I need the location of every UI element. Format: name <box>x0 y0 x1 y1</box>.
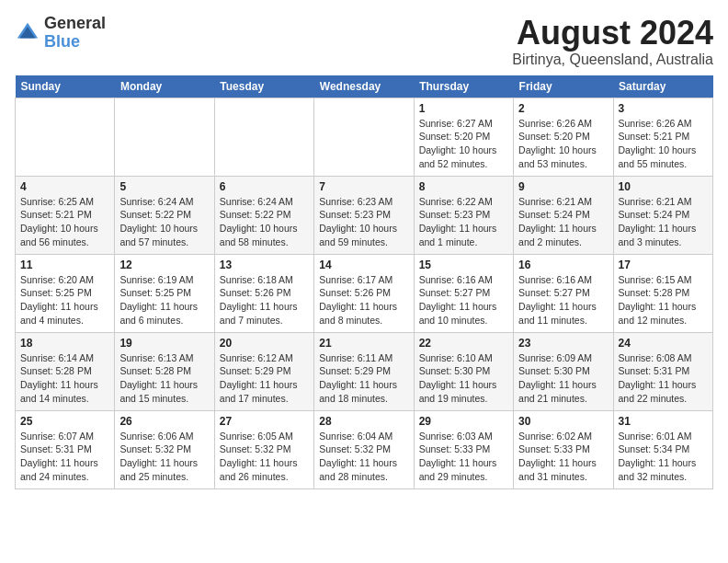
day-info: Sunrise: 6:17 AMSunset: 5:26 PMDaylight:… <box>319 273 408 327</box>
calendar-cell: 18Sunrise: 6:14 AMSunset: 5:28 PMDayligh… <box>16 332 115 410</box>
day-info: Sunrise: 6:05 AMSunset: 5:32 PMDaylight:… <box>220 430 309 484</box>
day-info: Sunrise: 6:27 AMSunset: 5:20 PMDaylight:… <box>419 117 508 171</box>
day-number: 13 <box>220 259 309 271</box>
day-info: Sunrise: 6:21 AMSunset: 5:24 PMDaylight:… <box>518 195 608 249</box>
calendar-cell: 29Sunrise: 6:03 AMSunset: 5:33 PMDayligh… <box>414 410 513 488</box>
day-number: 22 <box>419 337 508 350</box>
calendar-cell: 12Sunrise: 6:19 AMSunset: 5:25 PMDayligh… <box>115 254 214 332</box>
day-info: Sunrise: 6:07 AMSunset: 5:31 PMDaylight:… <box>20 430 109 484</box>
calendar-week-2: 4Sunrise: 6:25 AMSunset: 5:21 PMDaylight… <box>16 176 713 254</box>
calendar-week-3: 11Sunrise: 6:20 AMSunset: 5:25 PMDayligh… <box>16 254 713 332</box>
day-info: Sunrise: 6:04 AMSunset: 5:32 PMDaylight:… <box>319 430 408 484</box>
calendar-week-4: 18Sunrise: 6:14 AMSunset: 5:28 PMDayligh… <box>16 332 713 410</box>
calendar-cell <box>115 98 214 176</box>
day-number: 26 <box>119 415 209 428</box>
day-info: Sunrise: 6:19 AMSunset: 5:25 PMDaylight:… <box>119 273 209 327</box>
day-number: 7 <box>319 180 408 193</box>
calendar-cell: 6Sunrise: 6:24 AMSunset: 5:22 PMDaylight… <box>214 176 313 254</box>
day-info: Sunrise: 6:11 AMSunset: 5:29 PMDaylight:… <box>319 351 408 406</box>
day-number: 20 <box>220 337 309 350</box>
calendar-cell: 24Sunrise: 6:08 AMSunset: 5:31 PMDayligh… <box>613 332 712 410</box>
day-info: Sunrise: 6:26 AMSunset: 5:21 PMDaylight:… <box>619 117 708 171</box>
day-info: Sunrise: 6:14 AMSunset: 5:28 PMDaylight:… <box>20 351 109 406</box>
calendar-week-1: 1Sunrise: 6:27 AMSunset: 5:20 PMDaylight… <box>16 98 713 176</box>
logo: General Blue <box>15 15 106 52</box>
day-number: 30 <box>518 415 608 428</box>
day-number: 6 <box>220 180 309 193</box>
calendar-cell: 22Sunrise: 6:10 AMSunset: 5:30 PMDayligh… <box>414 332 513 410</box>
day-info: Sunrise: 6:09 AMSunset: 5:30 PMDaylight:… <box>518 351 608 406</box>
page-title: August 2024 <box>512 15 713 52</box>
day-info: Sunrise: 6:25 AMSunset: 5:21 PMDaylight:… <box>20 195 109 249</box>
day-info: Sunrise: 6:15 AMSunset: 5:28 PMDaylight:… <box>619 273 708 327</box>
day-number: 19 <box>119 337 209 350</box>
day-number: 16 <box>518 259 608 271</box>
day-number: 14 <box>319 259 408 271</box>
day-number: 3 <box>619 102 708 115</box>
day-info: Sunrise: 6:12 AMSunset: 5:29 PMDaylight:… <box>220 351 309 406</box>
day-info: Sunrise: 6:02 AMSunset: 5:33 PMDaylight:… <box>518 430 608 484</box>
calendar-cell: 28Sunrise: 6:04 AMSunset: 5:32 PMDayligh… <box>314 410 414 488</box>
page-header: General Blue August 2024 Birtinya, Queen… <box>15 15 713 68</box>
calendar-cell: 14Sunrise: 6:17 AMSunset: 5:26 PMDayligh… <box>314 254 414 332</box>
day-number: 5 <box>119 180 209 193</box>
calendar-cell: 9Sunrise: 6:21 AMSunset: 5:24 PMDaylight… <box>514 176 613 254</box>
day-info: Sunrise: 6:10 AMSunset: 5:30 PMDaylight:… <box>419 351 508 406</box>
day-info: Sunrise: 6:22 AMSunset: 5:23 PMDaylight:… <box>419 195 508 249</box>
day-info: Sunrise: 6:01 AMSunset: 5:34 PMDaylight:… <box>619 430 708 484</box>
day-number: 9 <box>518 180 608 193</box>
calendar-cell: 25Sunrise: 6:07 AMSunset: 5:31 PMDayligh… <box>16 410 115 488</box>
calendar-cell <box>314 98 414 176</box>
calendar-cell: 13Sunrise: 6:18 AMSunset: 5:26 PMDayligh… <box>214 254 313 332</box>
calendar-cell <box>16 98 115 176</box>
calendar-cell: 8Sunrise: 6:22 AMSunset: 5:23 PMDaylight… <box>414 176 513 254</box>
calendar-cell: 31Sunrise: 6:01 AMSunset: 5:34 PMDayligh… <box>613 410 712 488</box>
calendar-cell: 5Sunrise: 6:24 AMSunset: 5:22 PMDaylight… <box>115 176 214 254</box>
calendar-cell: 23Sunrise: 6:09 AMSunset: 5:30 PMDayligh… <box>514 332 613 410</box>
calendar-cell: 21Sunrise: 6:11 AMSunset: 5:29 PMDayligh… <box>314 332 414 410</box>
calendar-cell: 17Sunrise: 6:15 AMSunset: 5:28 PMDayligh… <box>613 254 712 332</box>
header-sunday: Sunday <box>16 75 115 98</box>
day-info: Sunrise: 6:16 AMSunset: 5:27 PMDaylight:… <box>518 273 608 327</box>
day-number: 25 <box>20 415 109 428</box>
logo-text: General Blue <box>44 15 106 52</box>
day-number: 10 <box>619 180 708 193</box>
calendar-cell: 7Sunrise: 6:23 AMSunset: 5:23 PMDaylight… <box>314 176 414 254</box>
day-info: Sunrise: 6:21 AMSunset: 5:24 PMDaylight:… <box>619 195 708 249</box>
day-info: Sunrise: 6:24 AMSunset: 5:22 PMDaylight:… <box>119 195 209 249</box>
day-number: 12 <box>119 259 209 271</box>
page-subtitle: Birtinya, Queensland, Australia <box>512 52 713 68</box>
day-number: 1 <box>419 102 508 115</box>
day-number: 2 <box>518 102 608 115</box>
calendar-table: SundayMondayTuesdayWednesdayThursdayFrid… <box>15 75 713 489</box>
calendar-cell: 10Sunrise: 6:21 AMSunset: 5:24 PMDayligh… <box>613 176 712 254</box>
calendar-cell: 30Sunrise: 6:02 AMSunset: 5:33 PMDayligh… <box>514 410 613 488</box>
header-friday: Friday <box>514 75 613 98</box>
day-info: Sunrise: 6:08 AMSunset: 5:31 PMDaylight:… <box>619 351 708 406</box>
day-info: Sunrise: 6:16 AMSunset: 5:27 PMDaylight:… <box>419 273 508 327</box>
day-number: 21 <box>319 337 408 350</box>
day-info: Sunrise: 6:13 AMSunset: 5:28 PMDaylight:… <box>119 351 209 406</box>
logo-icon <box>15 20 40 46</box>
day-number: 27 <box>220 415 309 428</box>
calendar-cell: 19Sunrise: 6:13 AMSunset: 5:28 PMDayligh… <box>115 332 214 410</box>
day-info: Sunrise: 6:23 AMSunset: 5:23 PMDaylight:… <box>319 195 408 249</box>
day-number: 18 <box>20 337 109 350</box>
calendar-header-row: SundayMondayTuesdayWednesdayThursdayFrid… <box>16 75 713 98</box>
day-info: Sunrise: 6:26 AMSunset: 5:20 PMDaylight:… <box>518 117 608 171</box>
calendar-cell: 1Sunrise: 6:27 AMSunset: 5:20 PMDaylight… <box>414 98 513 176</box>
calendar-cell: 26Sunrise: 6:06 AMSunset: 5:32 PMDayligh… <box>115 410 214 488</box>
calendar-cell: 3Sunrise: 6:26 AMSunset: 5:21 PMDaylight… <box>613 98 712 176</box>
day-number: 4 <box>20 180 109 193</box>
calendar-cell: 11Sunrise: 6:20 AMSunset: 5:25 PMDayligh… <box>16 254 115 332</box>
header-thursday: Thursday <box>414 75 513 98</box>
calendar-cell: 27Sunrise: 6:05 AMSunset: 5:32 PMDayligh… <box>214 410 313 488</box>
day-number: 24 <box>619 337 708 350</box>
day-number: 8 <box>419 180 508 193</box>
calendar-cell: 4Sunrise: 6:25 AMSunset: 5:21 PMDaylight… <box>16 176 115 254</box>
header-wednesday: Wednesday <box>314 75 414 98</box>
day-info: Sunrise: 6:18 AMSunset: 5:26 PMDaylight:… <box>220 273 309 327</box>
header-monday: Monday <box>115 75 214 98</box>
day-number: 17 <box>619 259 708 271</box>
day-info: Sunrise: 6:06 AMSunset: 5:32 PMDaylight:… <box>119 430 209 484</box>
